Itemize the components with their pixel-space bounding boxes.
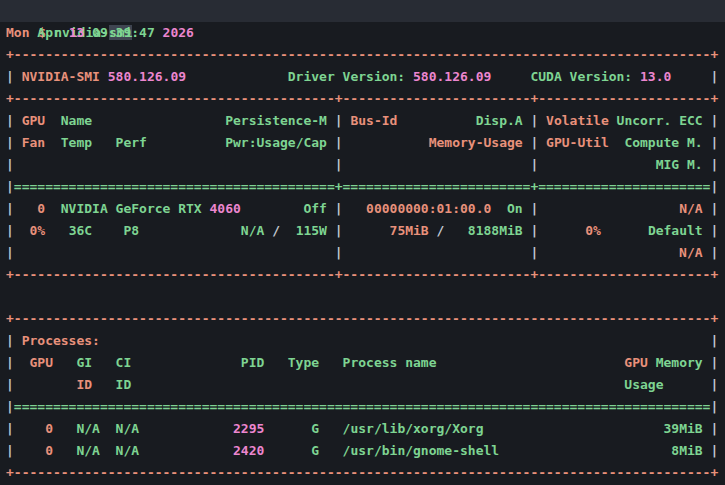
text-segment: On (507, 201, 523, 216)
text-segment: 115W (296, 223, 327, 238)
text-segment: | (703, 421, 719, 436)
terminal-line: | | | MIG M. | (0, 154, 725, 176)
terminal-line: | Fan Temp Perf Pwr:Usage/Cap | Memory-U… (0, 132, 725, 154)
text-segment: GPU (22, 113, 45, 128)
text-segment (100, 421, 116, 436)
terminal-line: | ID ID Usage | (0, 374, 725, 396)
text-segment: Compute M. (624, 135, 702, 150)
text-segment: | (523, 223, 586, 238)
text-segment (139, 223, 241, 238)
terminal-line: Mon Apr 13 09:39:47 2026 (0, 22, 725, 44)
terminal-line: | 0 N/A N/A 2295 G /usr/lib/xorg/Xorg 39… (0, 418, 725, 440)
command-bar[interactable]: $nvidia-smi (0, 0, 725, 22)
terminal-line: | 0 NVIDIA GeForce RTX 4060 Off | 000000… (0, 198, 725, 220)
text-segment (45, 223, 68, 238)
text-segment (139, 443, 233, 458)
text-segment: Volatile (546, 113, 609, 128)
text-segment: N/A (241, 223, 264, 238)
text-segment: | (6, 69, 22, 84)
text-segment: Pwr:Usage/Cap (225, 135, 327, 150)
terminal-line: | 0% 36C P8 N/A / 115W | 75MiB / 8188MiB… (0, 220, 725, 242)
text-segment: /usr/lib/xorg/Xorg (343, 421, 484, 436)
text-segment (45, 135, 61, 150)
text-segment: CI (116, 355, 132, 370)
text-segment: | (710, 179, 718, 194)
text-segment: | (327, 223, 390, 238)
text-segment (131, 355, 241, 370)
text-segment: ID (116, 377, 132, 392)
text-segment (437, 355, 625, 370)
text-segment: Type (288, 355, 319, 370)
text-segment: 13.0 (640, 69, 671, 84)
text-segment: 8188MiB (468, 223, 523, 238)
text-segment: +---------------------------------------… (6, 465, 718, 480)
text-segment: MIG M. (656, 157, 703, 172)
text-segment: +---------------------------------------… (6, 47, 718, 62)
text-segment: Uncorr. ECC (617, 113, 703, 128)
text-segment: P8 (123, 223, 139, 238)
text-segment (147, 135, 225, 150)
text-segment: / (429, 223, 468, 238)
text-segment (45, 113, 61, 128)
terminal-line: +---------------------------------------… (0, 44, 725, 66)
text-segment: | (663, 377, 718, 392)
text-segment (405, 69, 413, 84)
text-segment: GPU (624, 355, 647, 370)
text-segment (648, 355, 656, 370)
text-segment: GI (76, 355, 92, 370)
text-segment (264, 355, 287, 370)
text-segment: | (523, 135, 546, 150)
text-segment: 8MiB (671, 443, 702, 458)
text-segment: | (703, 157, 719, 172)
text-segment (601, 223, 648, 238)
terminal-window: $nvidia-smi Mon Apr 13 09:39:47 2026+---… (0, 0, 725, 485)
text-segment: Driver Version: (288, 69, 405, 84)
terminal-line: +---------------------------------------… (0, 462, 725, 484)
text-segment: | (6, 333, 22, 348)
text-segment: N/A (116, 443, 139, 458)
text-segment: Process name (343, 355, 437, 370)
terminal-line: +---------------------------------------… (0, 264, 725, 286)
text-segment (241, 201, 304, 216)
text-segment (319, 443, 342, 458)
terminal-line (0, 286, 725, 308)
text-segment (491, 69, 530, 84)
text-segment: 0 (37, 201, 45, 216)
text-segment: Fan (22, 135, 45, 150)
text-segment: GPU (29, 355, 52, 370)
text-segment: | | | (6, 157, 656, 172)
terminal-line: |=======================================… (0, 396, 725, 418)
text-segment: Temp (61, 135, 92, 150)
text-segment (45, 201, 61, 216)
text-segment: | (703, 355, 719, 370)
text-segment: PID (241, 355, 264, 370)
text-segment (92, 113, 225, 128)
text-segment (264, 443, 311, 458)
text-segment: ID (76, 377, 92, 392)
text-segment: | (6, 223, 29, 238)
text-segment (632, 69, 640, 84)
text-segment: | (523, 201, 680, 216)
text-segment: +---------------------------------------… (6, 311, 718, 326)
text-segment: /usr/bin/gnome-shell (343, 443, 500, 458)
text-segment: 2026 (163, 25, 194, 40)
text-segment (53, 355, 76, 370)
text-segment (202, 201, 210, 216)
text-segment: N/A (116, 421, 139, 436)
text-segment: +---------------------------------------… (6, 267, 718, 282)
text-segment: ========================================… (14, 399, 711, 414)
text-segment: NVIDIA-SMI (22, 69, 100, 84)
text-segment (319, 421, 342, 436)
text-segment (264, 421, 311, 436)
text-segment: ========================================… (14, 179, 711, 194)
text-segment: | (6, 399, 14, 414)
text-segment (92, 377, 115, 392)
text-segment (499, 443, 671, 458)
terminal-output: Mon Apr 13 09:39:47 2026+---------------… (0, 22, 725, 484)
text-segment (92, 135, 115, 150)
text-segment: N/A (76, 421, 99, 436)
terminal-line: +---------------------------------------… (0, 88, 725, 110)
text-segment: | (710, 399, 718, 414)
text-segment (483, 421, 663, 436)
text-segment: N/A (76, 443, 99, 458)
